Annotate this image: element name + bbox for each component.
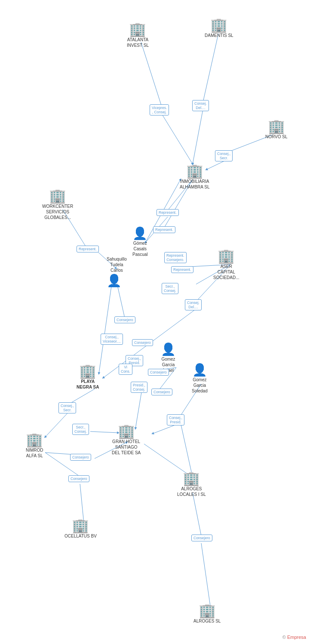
- person-icon-gomez-casals: 👤: [132, 228, 147, 240]
- node-atalanta: 🏢 ATALANTAINVEST SL: [127, 22, 149, 48]
- person-icon-sahuquillo: 👤: [107, 275, 122, 287]
- node-gran-hotel: 🏢 GRAN HOTELSANTIAGODEL TEIDE SA: [112, 424, 141, 456]
- label-gomez-casals: GómezCasalsPascual: [132, 240, 148, 257]
- node-norvo: 🏢 NORVO SL: [265, 119, 288, 140]
- node-ocellatus: 🏢 OCELLATUS BV: [64, 519, 97, 539]
- building-icon-norvo: 🏢: [268, 119, 285, 133]
- badge-consejero-4[interactable]: Consejero: [151, 389, 172, 395]
- badge-represent-4[interactable]: Represent.: [171, 266, 193, 273]
- badge-consej-secr-2[interactable]: Consej.,Secr.: [58, 402, 76, 413]
- badge-consej-del-2[interactable]: Consej.Del....: [185, 299, 202, 310]
- badge-presid-consej[interactable]: Presid.,Consej.: [131, 382, 147, 393]
- node-gomez-casals: 👤 GómezCasalsPascual: [132, 228, 148, 257]
- label-alroges: ALROGES SL: [193, 618, 221, 624]
- label-atalanta: ATALANTAINVEST SL: [127, 37, 149, 48]
- badge-vicepres[interactable]: Vicepres., Consej.: [150, 104, 169, 115]
- graph-container: 🏢 DAMENTIS SL 🏢 ATALANTAINVEST SL 🏢 NORV…: [0, 0, 313, 644]
- label-sahuquillo: SahuquilloTudelaCarlos: [107, 256, 127, 273]
- node-damentis: 🏢 DAMENTIS SL: [205, 18, 233, 38]
- node-gomez-soledad: 👤 GomezGarciaSoledad: [192, 364, 208, 394]
- badge-consejero-3[interactable]: Consejero: [148, 369, 169, 376]
- badge-consej-viceseor[interactable]: Consej.,Viceseor....: [101, 334, 123, 345]
- node-workcenter: 🏢 WORKCENTERSERVICIOSGLOBALES...: [42, 189, 73, 220]
- label-inmobiliaria: INMOBILIARIAALHAMBRA SL: [180, 179, 209, 190]
- building-icon-workcenter: 🏢: [49, 189, 66, 203]
- building-icon-alroges-locales: 🏢: [183, 471, 200, 485]
- badge-represent-3[interactable]: Represent.: [77, 246, 99, 252]
- svg-line-3: [193, 109, 203, 164]
- badge-vi-cons[interactable]: ViCons.: [119, 364, 132, 375]
- label-workcenter: WORKCENTERSERVICIOSGLOBALES...: [42, 204, 73, 220]
- badge-represent-consejero[interactable]: Represent.Consejero.: [164, 252, 187, 263]
- copyright: © Empresa: [282, 635, 306, 640]
- svg-line-24: [45, 411, 70, 437]
- label-gomez-soledad: GomezGarciaSoledad: [192, 377, 208, 394]
- label-nimrod: NIMRODALFA SL: [26, 447, 43, 459]
- building-icon-ocellatus: 🏢: [72, 519, 89, 532]
- building-icon-atalanta: 🏢: [129, 22, 146, 36]
- building-icon-alroges: 🏢: [199, 604, 216, 617]
- svg-line-29: [80, 484, 84, 523]
- building-icon-aser: 🏢: [218, 249, 235, 263]
- building-icon-damentis: 🏢: [210, 18, 227, 32]
- badge-consejero-6[interactable]: Consejero: [68, 475, 89, 482]
- label-playa-negra: PLAYANEGRA SA: [77, 379, 99, 390]
- svg-line-31: [193, 493, 201, 536]
- node-sahuquillo: SahuquilloTudelaCarlos 👤: [107, 255, 127, 287]
- node-alroges-locales: 🏢 ALROGESLOCALES I SL: [177, 471, 206, 497]
- badge-consej-del-1[interactable]: Consej.Del....: [192, 100, 209, 111]
- connection-lines: [0, 0, 313, 644]
- label-ocellatus: OCELLATUS BV: [64, 533, 97, 539]
- brand-name: Empresa: [287, 635, 306, 640]
- badge-consejero-1[interactable]: Consejero: [114, 316, 135, 323]
- badge-consejero-5[interactable]: Consejero: [70, 454, 91, 461]
- badge-represent-1[interactable]: Represent.: [156, 209, 179, 216]
- label-alroges-locales: ALROGESLOCALES I SL: [177, 486, 206, 497]
- badge-consejero-2[interactable]: Consejero: [132, 339, 153, 346]
- badge-consej-secr-1[interactable]: Consej.,Secr.: [215, 150, 233, 161]
- svg-line-1: [203, 33, 218, 102]
- svg-line-13: [99, 283, 112, 374]
- label-aser: ASERCAPITALSOCIEDAD...: [213, 264, 239, 280]
- person-icon-gomez-inrael: 👤: [161, 343, 176, 355]
- svg-line-23: [70, 389, 95, 404]
- node-nimrod: 🏢 NIMRODALFA SL: [26, 433, 43, 459]
- building-icon-gran-hotel: 🏢: [118, 424, 135, 438]
- node-alroges: 🏢 ALROGES SL: [193, 604, 221, 624]
- svg-line-2: [162, 114, 193, 164]
- svg-line-33: [181, 423, 193, 477]
- node-aser: 🏢 ASERCAPITALSOCIEDAD...: [213, 249, 239, 280]
- svg-line-0: [141, 42, 162, 106]
- badge-represent-2[interactable]: Represent.: [153, 226, 175, 233]
- svg-line-12: [117, 283, 125, 318]
- badge-consej-presid-2[interactable]: Consej.,Presid.: [167, 414, 184, 425]
- building-icon-inmobiliaria: 🏢: [186, 164, 203, 178]
- label-norvo: NORVO SL: [265, 134, 288, 140]
- building-icon-nimrod: 🏢: [26, 433, 43, 447]
- badge-consejero-7[interactable]: Consejero: [191, 535, 212, 541]
- badge-secr-consej-2[interactable]: Secr.,Consej.: [72, 424, 89, 435]
- label-gran-hotel: GRAN HOTELSANTIAGODEL TEIDE SA: [112, 439, 141, 456]
- node-playa-negra: 🏢 PLAYANEGRA SA: [77, 364, 99, 390]
- building-icon-playa-negra: 🏢: [79, 364, 96, 378]
- svg-line-32: [201, 543, 211, 609]
- badge-secr-consej-1[interactable]: Secr.,Consej.: [162, 283, 178, 294]
- svg-line-21: [135, 390, 142, 428]
- person-icon-gomez-soledad: 👤: [192, 364, 207, 376]
- node-inmobiliaria: 🏢 INMOBILIARIAALHAMBRA SL: [180, 164, 209, 190]
- label-damentis: DAMENTIS SL: [205, 33, 233, 38]
